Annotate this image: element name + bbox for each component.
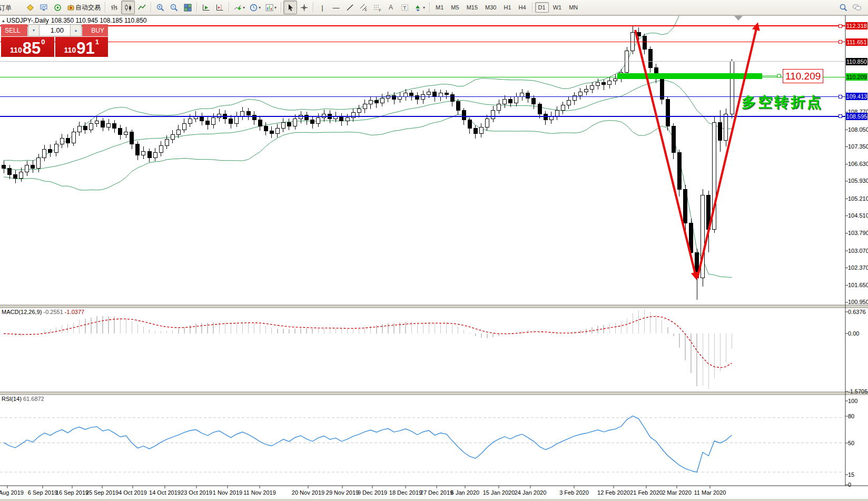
chat-icon (852, 3, 862, 12)
date-axis-tick: 24 Jan 2020 (515, 489, 547, 496)
crosshair-icon (300, 3, 309, 12)
trendline-tool-button[interactable] (343, 1, 357, 14)
fibonacci-icon: F (373, 3, 382, 12)
macd-name: MACD(12,26,9) (2, 309, 42, 315)
date-axis-tick: 21 Feb 2020 (630, 489, 663, 496)
search-icon (839, 3, 848, 12)
date-axis-tick: 20 Nov 2019 (292, 489, 324, 496)
chart-canvas[interactable] (0, 0, 868, 501)
timeframe-button-M30[interactable]: M30 (482, 2, 499, 13)
bar-chart-type-button[interactable] (107, 1, 121, 14)
volume-input[interactable]: 1.00 (40, 24, 70, 36)
vertical-line-tool-button[interactable]: | (315, 1, 329, 14)
sell-button[interactable]: SELL (1, 24, 27, 36)
cursor-icon (286, 3, 295, 12)
svg-text:T: T (403, 5, 406, 11)
macd-label: MACD(12,26,9) -0.2551 -1.0377 (2, 309, 84, 315)
profiles-icon (40, 3, 48, 12)
line-chart-type-button[interactable] (135, 1, 149, 14)
indicators-icon (233, 3, 242, 12)
timeframe-button-M15[interactable]: M15 (463, 2, 481, 13)
profiles-button[interactable] (37, 1, 51, 14)
text-tool-button[interactable]: A (384, 1, 398, 14)
chevron-down-icon: ▼ (32, 28, 36, 32)
vertical-line-icon: | (321, 4, 323, 11)
buy-price-pip: 1 (95, 38, 99, 46)
template-icon (265, 3, 274, 12)
gold-diamond-icon (26, 3, 35, 12)
sell-price-base: 110 (10, 46, 22, 54)
zoom-out-button[interactable] (167, 1, 181, 14)
rsi-value: 61.6872 (23, 396, 44, 402)
horizontal-line-icon: — (333, 4, 340, 11)
community-button[interactable] (51, 1, 64, 14)
fibonacci-tool-button[interactable]: F (370, 1, 384, 14)
buy-button[interactable]: BUY (82, 24, 108, 36)
chevron-down-icon: ▾ (423, 5, 425, 10)
rsi-axis-tick: 0 (848, 482, 851, 488)
autotrading-icon (66, 3, 75, 12)
date-axis-tick: 15 Jan 2020 (483, 489, 515, 496)
toolbar-right-group (836, 1, 868, 14)
tile-windows-button[interactable] (181, 1, 194, 14)
price-axis-tick: 105.930 (848, 178, 868, 184)
timeframe-button-M1[interactable]: M1 (432, 2, 447, 13)
date-axis-tick: 11 Mar 2020 (694, 489, 726, 496)
timeframe-group: M1M5M15M30H1H4D1W1MN (432, 2, 581, 13)
horizontal-line-tool-button[interactable]: — (329, 1, 343, 14)
macd-axis-tick: 0.00 (848, 330, 859, 337)
price-badge-111.651: 111.651 (846, 38, 867, 46)
timeframe-button-W1[interactable]: W1 (550, 2, 565, 13)
timeframe-button-D1[interactable]: D1 (535, 2, 549, 13)
date-axis-tick: 1 Nov 2019 (213, 489, 242, 496)
date-axis-tick: 6 Jan 2020 (451, 489, 479, 496)
toolbar-separator (196, 2, 197, 13)
volume-stepper: ▼ 1.00 ▲ (28, 24, 82, 36)
chart-ohlc-values: 108.350 110.945 108.185 110.850 (51, 17, 147, 24)
zoom-in-button[interactable] (153, 1, 167, 14)
sell-price-pip: 0 (41, 38, 45, 46)
search-button[interactable] (836, 1, 850, 14)
buy-price-display[interactable]: 110 91 1 (55, 37, 108, 57)
toolbar-separator (281, 2, 281, 13)
autotrading-button[interactable]: 自动交易 (64, 1, 103, 14)
price-axis-tick: 104.510 (848, 212, 868, 219)
price-axis-tick: 103.070 (848, 248, 868, 254)
periods-button[interactable]: ▾ (247, 1, 263, 14)
timeframe-button-H1[interactable]: H1 (500, 2, 514, 13)
chat-button[interactable] (850, 1, 864, 14)
gold-book-icon[interactable] (23, 1, 37, 14)
new-order-button[interactable]: 新订单 (0, 3, 22, 13)
date-axis-tick: 27 Dec 2019 (420, 489, 453, 496)
volume-increase-button[interactable]: ▲ (70, 24, 82, 36)
chevron-down-icon: ▾ (274, 5, 277, 10)
toolbar-separator (229, 2, 229, 13)
chart-window-icon: ▴ (2, 18, 5, 23)
price-badge-108.595: 108.595 (846, 113, 867, 120)
toolbar: 新订单 自动交易 ▾ ▾ (0, 0, 868, 15)
clock-icon (249, 3, 258, 12)
support-level-label[interactable]: 110.209 (783, 69, 823, 83)
arrows-tool-button[interactable]: ▾ (411, 1, 427, 14)
cursor-button[interactable] (283, 1, 297, 14)
timeframe-button-MN[interactable]: MN (566, 2, 581, 13)
turning-point-note[interactable]: 多空转折点 (742, 93, 823, 112)
svg-text:E: E (364, 8, 367, 12)
price-axis-tick: 107.350 (848, 143, 868, 150)
price-axis-tick: 103.790 (848, 230, 868, 236)
text-label-icon: T (400, 3, 409, 12)
toolbar-separator (151, 2, 151, 13)
candlestick-chart-type-button[interactable] (121, 1, 135, 14)
timeframe-button-H4[interactable]: H4 (516, 2, 529, 13)
label-tool-button[interactable]: T (398, 1, 411, 14)
timeframe-button-M5[interactable]: M5 (448, 2, 462, 13)
chart-shift-button[interactable] (213, 1, 226, 14)
auto-scroll-button[interactable] (199, 1, 213, 14)
equidistant-channel-tool-button[interactable]: E (357, 1, 370, 14)
volume-decrease-button[interactable]: ▼ (28, 24, 40, 36)
templates-button[interactable]: ▾ (263, 1, 279, 14)
sell-price-display[interactable]: 110 85 0 (1, 37, 54, 57)
crosshair-button[interactable] (297, 1, 311, 14)
tile-windows-icon (183, 3, 192, 12)
indicators-button[interactable]: ▾ (231, 1, 247, 14)
